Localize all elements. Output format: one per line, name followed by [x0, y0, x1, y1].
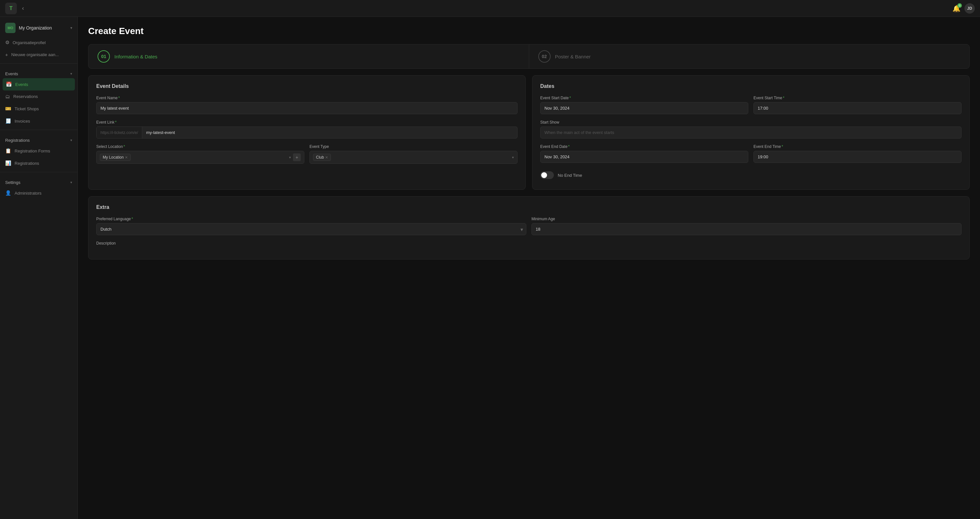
- required-mark: *: [118, 96, 120, 100]
- invoice-icon: 🧾: [5, 118, 11, 124]
- org-name: My Organization: [19, 25, 67, 30]
- step-2[interactable]: 02 Poster & Banner: [529, 45, 970, 69]
- event-type-chevron-icon: ▾: [512, 155, 514, 160]
- required-mark: *: [568, 144, 570, 149]
- location-add-button[interactable]: +: [293, 153, 301, 161]
- plus-icon: +: [5, 52, 8, 57]
- event-details-panel: Event Details Event Name* Event Link* ht…: [88, 75, 526, 190]
- end-time-group: Event End Time*: [754, 144, 961, 163]
- event-name-group: Event Name*: [96, 96, 517, 114]
- dates-title: Dates: [540, 83, 961, 89]
- end-date-input[interactable]: [540, 151, 748, 163]
- topbar-left: T ‹: [5, 3, 24, 14]
- sidebar-section-registrations[interactable]: Registrations ▾: [0, 133, 78, 145]
- extra-panel: Extra Preferred Language* Dutch English …: [88, 196, 970, 260]
- sidebar-item-invoices[interactable]: 🧾 Invoices: [0, 115, 78, 127]
- section-label: Events: [5, 71, 18, 76]
- end-date-label: Event End Date*: [540, 144, 748, 149]
- event-type-group: Event Type Club × ▾: [310, 144, 517, 164]
- event-name-input[interactable]: [96, 102, 517, 114]
- event-type-tag: Club ×: [313, 154, 331, 161]
- sidebar-divider-1: [0, 63, 78, 64]
- location-tag: My Location ×: [100, 154, 130, 161]
- required-mark: *: [132, 217, 133, 221]
- chevron-icon: ▾: [70, 180, 72, 185]
- section-label: Settings: [5, 180, 21, 185]
- org-chevron-icon: ▾: [70, 26, 72, 30]
- sidebar-item-reservations[interactable]: 🗂 Reservations: [0, 91, 78, 102]
- sidebar-section-settings[interactable]: Settings ▾: [0, 175, 78, 187]
- user-avatar[interactable]: JD: [964, 3, 975, 14]
- start-date-label: Event Start Date*: [540, 96, 748, 100]
- gear-icon: ⚙: [5, 40, 10, 45]
- start-time-label: Event Start Time*: [754, 96, 961, 100]
- sidebar-divider-3: [0, 172, 78, 172]
- event-type-select[interactable]: Club × ▾: [310, 151, 517, 164]
- sidebar-item-label: Invoices: [14, 119, 30, 124]
- required-mark: *: [124, 144, 125, 149]
- sidebar-item-ticket-shops[interactable]: 🎫 Ticket Shops: [0, 102, 78, 115]
- start-show-input[interactable]: [540, 126, 961, 139]
- extra-title: Extra: [96, 204, 961, 210]
- step-1-number: 01: [97, 50, 110, 62]
- sidebar-item-label: Ticket Shops: [14, 106, 39, 111]
- event-link-label: Event Link*: [96, 120, 517, 125]
- sidebar-item-events[interactable]: 📅 Events: [3, 78, 75, 91]
- description-label: Description: [96, 241, 961, 246]
- select-location-label: Select Location*: [96, 144, 304, 149]
- no-end-time-toggle[interactable]: [540, 171, 554, 179]
- chevron-icon: ▾: [70, 72, 72, 76]
- topbar: T ‹ 🔔 0 JD: [0, 0, 980, 17]
- location-select[interactable]: My Location × ▾ +: [96, 151, 304, 164]
- sidebar-section-events[interactable]: Events ▾: [0, 66, 78, 78]
- sidebar-item-registrations[interactable]: 📊 Registrations: [0, 157, 78, 169]
- sidebar-item-administrators[interactable]: 👤 Administrators: [0, 187, 78, 199]
- start-date-input[interactable]: [540, 102, 748, 114]
- org-selector[interactable]: MO My Organization ▾: [0, 19, 78, 36]
- step-1-label: Information & Dates: [115, 54, 158, 59]
- notification-badge: 0: [957, 3, 962, 8]
- page-title: Create Event: [88, 26, 970, 36]
- step-2-number: 02: [538, 50, 550, 62]
- step-2-label: Poster & Banner: [555, 54, 591, 59]
- preferred-language-select[interactable]: Dutch English German: [96, 223, 526, 235]
- tag-remove-icon[interactable]: ×: [325, 155, 328, 160]
- required-mark: *: [570, 96, 571, 100]
- start-date-group: Event Start Date*: [540, 96, 748, 114]
- no-end-time-row: No End Time: [540, 169, 961, 182]
- sidebar: MO My Organization ▾ ⚙ Organisatieprofie…: [0, 17, 78, 519]
- required-mark: *: [783, 96, 784, 100]
- event-details-title: Event Details: [96, 83, 517, 89]
- sidebar-item-label: Registrations: [14, 161, 39, 166]
- notification-button[interactable]: 🔔 0: [953, 5, 961, 12]
- sidebar-item-organisatieprofiel[interactable]: ⚙ Organisatieprofiel: [0, 36, 78, 49]
- sidebar-item-label: Nieuwe organisatie aan...: [11, 52, 59, 57]
- event-name-label: Event Name*: [96, 96, 517, 100]
- required-mark: *: [782, 144, 783, 149]
- step-1[interactable]: 01 Information & Dates: [89, 45, 529, 69]
- ticket-icon: 🎫: [5, 106, 11, 112]
- end-time-label: Event End Time*: [754, 144, 961, 149]
- tag-remove-icon[interactable]: ×: [125, 155, 128, 160]
- registrations-icon: 📊: [5, 160, 11, 166]
- sidebar-item-registration-forms[interactable]: 📋 Registration Forms: [0, 145, 78, 157]
- sidebar-item-label: Events: [15, 82, 28, 87]
- start-time-input[interactable]: [754, 102, 961, 114]
- preferred-language-group: Preferred Language* Dutch English German: [96, 217, 526, 235]
- end-time-input[interactable]: [754, 151, 961, 163]
- minimum-age-input[interactable]: [531, 223, 961, 235]
- required-mark: *: [115, 120, 117, 125]
- back-button[interactable]: ‹: [22, 5, 24, 12]
- preferred-language-select-wrapper: Dutch English German: [96, 223, 526, 235]
- event-link-input-group: https://i-ticketz.com/e/: [96, 126, 517, 139]
- location-chevron-icon: ▾: [289, 155, 291, 160]
- sidebar-item-new-org[interactable]: + Nieuwe organisatie aan...: [0, 49, 78, 61]
- event-link-input[interactable]: [142, 127, 517, 138]
- app-logo[interactable]: T: [5, 3, 17, 14]
- calendar-icon: 📅: [6, 81, 12, 87]
- minimum-age-group: Minimum Age: [531, 217, 961, 235]
- start-time-group: Event Start Time*: [754, 96, 961, 114]
- reservations-icon: 🗂: [5, 94, 10, 99]
- layout: MO My Organization ▾ ⚙ Organisatieprofie…: [0, 17, 980, 519]
- event-link-group: Event Link* https://i-ticketz.com/e/: [96, 120, 517, 139]
